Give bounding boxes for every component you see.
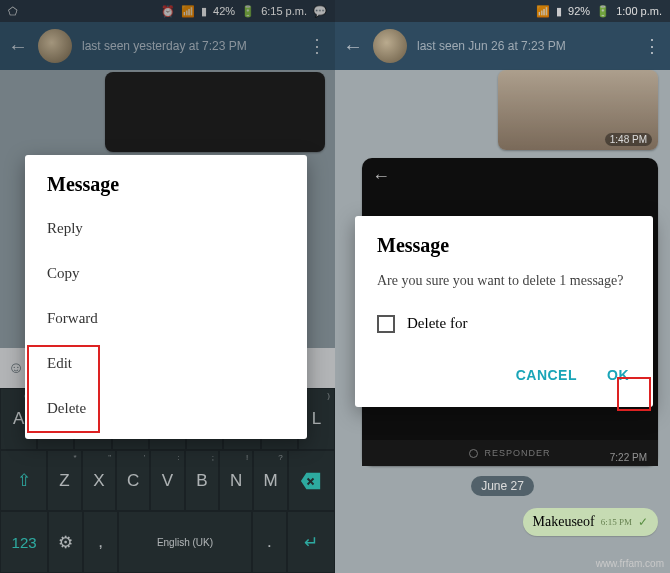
watermark: www.frfam.com: [596, 558, 664, 569]
delete-confirm-dialog: Message Are you sure you want to delete …: [355, 216, 653, 407]
highlight-ok: [617, 377, 651, 411]
menu-reply[interactable]: Reply: [25, 206, 307, 251]
dialog-body: Are you sure you want to delete 1 messag…: [355, 267, 653, 307]
menu-forward[interactable]: Forward: [25, 296, 307, 341]
highlight-edit-delete: [27, 345, 100, 433]
cancel-button[interactable]: CANCEL: [512, 361, 581, 389]
menu-copy[interactable]: Copy: [25, 251, 307, 296]
dialog-title: Message: [25, 173, 307, 206]
delete-for-checkbox[interactable]: [377, 315, 395, 333]
dialog-title: Message: [355, 234, 653, 267]
phone-right: 📶 ▮ 92% 🔋 1:00 p.m. ← last seen Jun 26 a…: [335, 0, 670, 573]
phone-left: ⬠ ⏰ 📶 ▮ 42% 🔋 6:15 p.m. 💬 ← last seen ye…: [0, 0, 335, 573]
checkbox-label: Delete for: [407, 315, 467, 332]
